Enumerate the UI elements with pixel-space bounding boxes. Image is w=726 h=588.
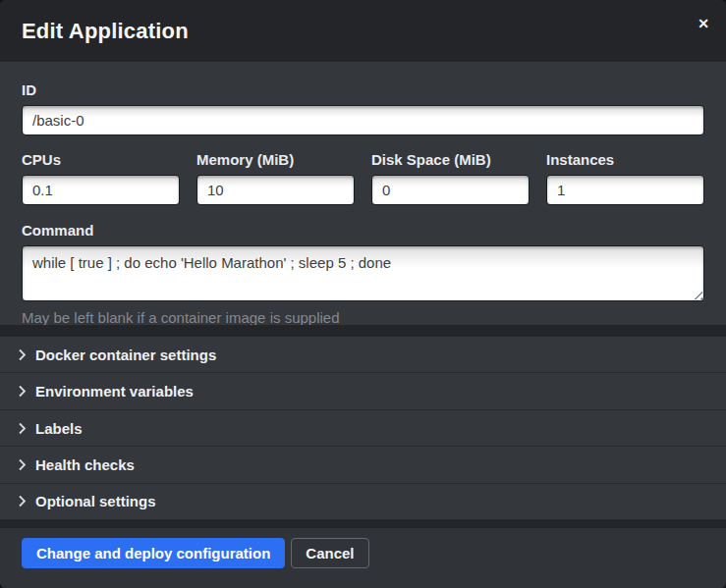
field-command: Command while [ true ] ; do echo 'Hello …: [22, 223, 704, 325]
section-label: Labels: [35, 420, 83, 437]
instances-label: Instances: [546, 152, 704, 167]
command-help-text: May be left blank if a container image i…: [22, 309, 704, 325]
section-label: Docker container settings: [35, 347, 216, 363]
section-label: Environment variables: [35, 383, 194, 400]
instances-input[interactable]: [546, 175, 704, 205]
modal-footer: Change and deploy configuration Cancel: [0, 528, 726, 588]
memory-label: Memory (MiB): [196, 152, 355, 167]
section-optional-settings[interactable]: Optional settings: [0, 483, 726, 519]
cancel-button[interactable]: Cancel: [291, 538, 368, 568]
command-textarea[interactable]: while [ true ] ; do echo 'Hello Marathon…: [22, 245, 704, 301]
id-input[interactable]: [22, 105, 704, 135]
field-memory: Memory (MiB): [196, 152, 355, 205]
change-and-deploy-button[interactable]: Change and deploy configuration: [22, 538, 285, 568]
cpus-label: CPUs: [22, 152, 180, 167]
application-form: ID CPUs Memory (MiB) Disk Space (MiB) In…: [0, 62, 726, 325]
section-health-checks[interactable]: Health checks: [0, 446, 726, 482]
chevron-right-icon: [18, 422, 27, 435]
command-textarea-wrap: while [ true ] ; do echo 'Hello Marathon…: [22, 245, 704, 301]
disk-input[interactable]: [371, 175, 530, 205]
resources-row: CPUs Memory (MiB) Disk Space (MiB) Insta…: [22, 152, 704, 205]
section-docker-container-settings[interactable]: Docker container settings: [0, 337, 726, 372]
chevron-right-icon: [18, 458, 27, 471]
disk-label: Disk Space (MiB): [371, 152, 530, 167]
field-cpus: CPUs: [22, 152, 180, 205]
section-labels[interactable]: Labels: [0, 409, 726, 446]
chevron-right-icon: [18, 495, 27, 508]
section-environment-variables[interactable]: Environment variables: [0, 372, 726, 408]
section-label: Optional settings: [35, 493, 156, 509]
chevron-right-icon: [18, 385, 27, 398]
cpus-input[interactable]: [22, 175, 180, 205]
close-button[interactable]: ✕: [694, 13, 713, 34]
edit-application-modal: Edit Application ✕ ID CPUs Memory (MiB) …: [0, 0, 726, 588]
close-icon: ✕: [698, 16, 709, 31]
field-id: ID: [22, 82, 704, 135]
memory-input[interactable]: [196, 175, 355, 205]
field-disk: Disk Space (MiB): [371, 152, 530, 205]
modal-title: Edit Application: [22, 19, 189, 44]
field-instances: Instances: [546, 152, 704, 205]
chevron-right-icon: [18, 348, 27, 361]
accordion-sections: Docker container settings Environment va…: [0, 337, 726, 519]
section-label: Health checks: [35, 456, 135, 473]
command-label: Command: [22, 223, 704, 238]
id-label: ID: [22, 82, 704, 97]
modal-header: Edit Application ✕: [0, 0, 726, 62]
